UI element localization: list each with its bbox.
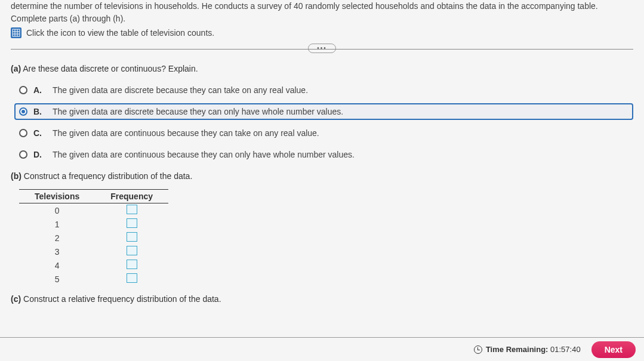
table-row: 5	[19, 272, 168, 286]
choice-a[interactable]: A. The given data are discrete because t…	[14, 82, 633, 98]
radio-icon	[19, 150, 27, 159]
frequency-input-4[interactable]	[127, 260, 137, 269]
frequency-input-5[interactable]	[127, 273, 137, 283]
intro-paragraph: determine the number of televisions in h…	[11, 0, 633, 25]
question-c: (c) Construct a relative frequency distr…	[11, 294, 633, 304]
footer-bar: Time Remaining: 01:57:40 Next	[0, 337, 644, 361]
question-b: (b) Construct a frequency distribution o…	[11, 171, 633, 286]
choice-text: The given data are continuous because th…	[53, 128, 319, 138]
frequency-input-0[interactable]	[127, 205, 137, 214]
choice-text: The given data are discrete because they…	[53, 85, 308, 95]
radio-icon	[19, 107, 27, 116]
table-row: 4	[19, 258, 168, 272]
choice-letter: C.	[33, 128, 44, 138]
view-table-link[interactable]: Click the icon to view the table of tele…	[11, 27, 633, 38]
table-header-televisions: Televisions	[19, 190, 95, 203]
frequency-input-3[interactable]	[127, 246, 137, 255]
choice-letter: A.	[33, 85, 44, 95]
question-a-prompt: (a) Are these data discrete or continuou…	[11, 64, 633, 73]
choice-letter: B.	[33, 107, 44, 116]
table-row: 1	[19, 217, 168, 231]
choice-text: The given data are continuous because th…	[53, 150, 355, 159]
frequency-table: Televisions Frequency 0 1 2 3 4 5	[19, 189, 168, 286]
radio-icon	[19, 86, 27, 94]
table-row: 0	[19, 203, 168, 218]
section-divider	[11, 49, 633, 50]
choice-d[interactable]: D. The given data are continuous because…	[14, 146, 633, 163]
question-a-choices: A. The given data are discrete because t…	[14, 82, 633, 163]
table-header-frequency: Frequency	[95, 190, 168, 203]
choice-text: The given data are discrete because they…	[53, 107, 343, 116]
frequency-input-2[interactable]	[127, 232, 137, 242]
radio-icon	[19, 129, 27, 137]
choice-letter: D.	[33, 150, 44, 159]
table-icon	[11, 27, 21, 38]
table-row: 2	[19, 231, 168, 245]
frequency-input-1[interactable]	[127, 218, 137, 228]
svg-rect-0	[13, 29, 20, 36]
choice-c[interactable]: C. The given data are continuous because…	[14, 125, 633, 141]
table-row: 3	[19, 245, 168, 258]
choice-b[interactable]: B. The given data are discrete because t…	[14, 103, 633, 120]
clock-icon	[474, 345, 482, 354]
expand-pill[interactable]: •••	[308, 44, 336, 53]
question-c-prompt: (c) Construct a relative frequency distr…	[11, 294, 633, 304]
question-a: (a) Are these data discrete or continuou…	[11, 64, 633, 163]
question-b-prompt: (b) Construct a frequency distribution o…	[11, 171, 633, 181]
next-button[interactable]: Next	[591, 341, 636, 358]
view-table-text: Click the icon to view the table of tele…	[26, 28, 214, 38]
time-remaining: Time Remaining: 01:57:40	[474, 345, 581, 354]
